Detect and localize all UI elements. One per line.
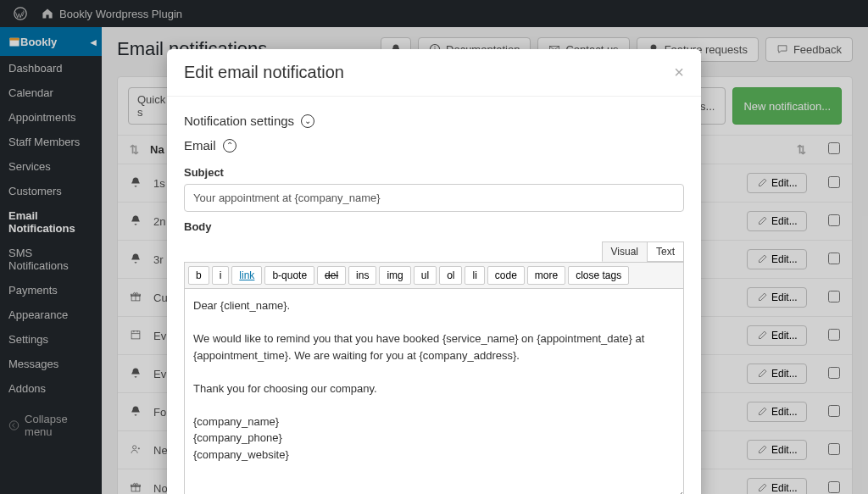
toolbar-ol[interactable]: ol	[439, 266, 462, 285]
notification-settings-toggle[interactable]: Notification settings ⌄	[184, 108, 684, 133]
modal-title: Edit email notification	[184, 63, 674, 82]
toolbar-i[interactable]: i	[212, 266, 230, 285]
chevron-down-icon: ⌄	[301, 114, 314, 128]
toolbar-del[interactable]: del	[317, 266, 346, 285]
tab-visual[interactable]: Visual	[602, 241, 647, 262]
body-label: Body	[184, 220, 684, 233]
chevron-up-icon: ⌃	[223, 139, 236, 153]
email-section-toggle[interactable]: Email ⌃	[184, 133, 684, 158]
toolbar-li[interactable]: li	[465, 266, 484, 285]
close-icon[interactable]: ×	[674, 63, 684, 82]
tab-text[interactable]: Text	[647, 241, 684, 262]
toolbar-ul[interactable]: ul	[414, 266, 437, 285]
toolbar-code[interactable]: code	[487, 266, 525, 285]
toolbar-b[interactable]: b	[188, 266, 209, 285]
toolbar-b-quote[interactable]: b-quote	[264, 266, 314, 285]
toolbar-link[interactable]: link	[231, 266, 262, 285]
toolbar-close-tags[interactable]: close tags	[568, 266, 629, 285]
toolbar-ins[interactable]: ins	[348, 266, 376, 285]
toolbar-more[interactable]: more	[527, 266, 565, 285]
subject-input[interactable]	[184, 184, 684, 212]
editor-toolbar: bilinkb-quotedelinsimgulollicodemoreclos…	[184, 262, 684, 288]
body-textarea[interactable]	[184, 288, 684, 494]
modal-header: Edit email notification ×	[167, 49, 701, 97]
edit-notification-modal: Edit email notification × Notification s…	[167, 49, 701, 494]
subject-label: Subject	[184, 166, 684, 179]
toolbar-img[interactable]: img	[379, 266, 410, 285]
